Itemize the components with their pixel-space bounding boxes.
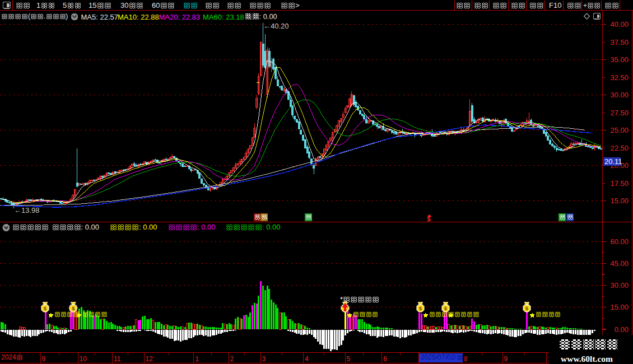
svg-text:2025/07/02/: 2025/07/02/ [421, 353, 457, 361]
svg-text:30: 30 [120, 1, 128, 10]
svg-text:MA60: 23.18: MA60: 23.18 [203, 13, 244, 21]
svg-text:2: 2 [230, 355, 234, 363]
svg-text:MA5: 22.57: MA5: 22.57 [81, 13, 119, 21]
svg-text:1: 1 [195, 355, 199, 363]
svg-text:1: 1 [36, 1, 40, 10]
svg-text:15.00: 15.00 [610, 303, 629, 311]
svg-text:2024: 2024 [1, 353, 16, 361]
svg-text:0.00: 0.00 [615, 325, 629, 334]
svg-text:MA20: 22.83: MA20: 22.83 [159, 13, 201, 21]
svg-text:*: * [340, 295, 343, 304]
svg-text:60.00: 60.00 [610, 237, 629, 246]
svg-text:): ) [66, 12, 68, 20]
svg-text:: 0.00: : 0.00 [197, 223, 216, 231]
svg-text:22.50: 22.50 [610, 144, 629, 152]
svg-text:←13.98: ←13.98 [14, 206, 40, 214]
svg-text:: 0.00: : 0.00 [262, 223, 281, 231]
svg-text:5: 5 [347, 355, 351, 363]
svg-text:: 0.00: : 0.00 [139, 223, 157, 231]
svg-text:9: 9 [504, 355, 508, 363]
svg-text:4: 4 [305, 355, 309, 363]
svg-text:3: 3 [262, 355, 266, 363]
svg-text:$: $ [427, 216, 431, 222]
svg-text:30.00: 30.00 [610, 91, 629, 99]
svg-text:35.00: 35.00 [610, 55, 629, 64]
svg-text:32.50: 32.50 [610, 73, 629, 82]
svg-text:25.00: 25.00 [610, 126, 629, 134]
svg-text:8: 8 [464, 355, 468, 363]
svg-text:MA10: 22.88: MA10: 22.88 [118, 13, 159, 21]
svg-text:30.00: 30.00 [610, 281, 629, 290]
svg-text:15.00: 15.00 [610, 197, 629, 205]
svg-text:11: 11 [114, 355, 121, 363]
svg-text:40.00: 40.00 [610, 20, 629, 29]
svg-text:6: 6 [383, 355, 387, 363]
svg-text:: 0.00: : 0.00 [259, 12, 277, 21]
svg-text:←40.20: ←40.20 [263, 22, 289, 30]
svg-text:5: 5 [63, 1, 67, 10]
svg-text:15: 15 [89, 1, 96, 10]
svg-text:.: . [44, 12, 45, 20]
svg-text:37.50: 37.50 [610, 38, 629, 46]
svg-text:27.50: 27.50 [610, 109, 629, 117]
svg-text:45.00: 45.00 [610, 259, 629, 268]
svg-text:17.50: 17.50 [610, 179, 629, 188]
svg-text:(: ( [28, 12, 30, 20]
svg-text:12: 12 [146, 355, 153, 363]
svg-text:9: 9 [42, 355, 46, 363]
svg-text:60: 60 [152, 1, 160, 10]
svg-text:10: 10 [80, 355, 87, 363]
svg-text:+: + [583, 2, 587, 10]
svg-text:: 0.00: : 0.00 [81, 223, 100, 231]
svg-text:www.60lt.com: www.60lt.com [561, 354, 613, 363]
svg-text:>: > [295, 1, 300, 10]
svg-text:20.11: 20.11 [604, 157, 622, 166]
svg-text:F10: F10 [549, 1, 561, 10]
